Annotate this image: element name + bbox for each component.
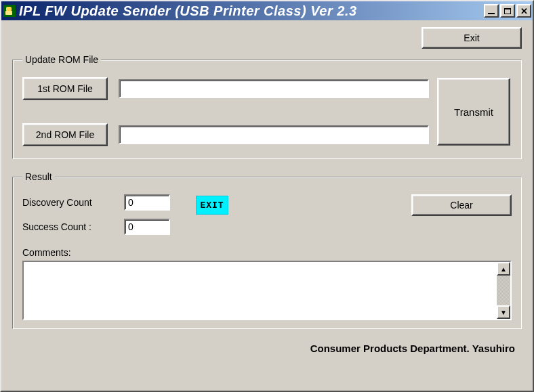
- success-count-label: Success Count :: [22, 221, 124, 232]
- first-rom-file-input[interactable]: [119, 79, 429, 98]
- exit-button[interactable]: Exit: [422, 27, 522, 49]
- close-button[interactable]: ✕: [516, 4, 531, 18]
- footer-text: Consumer Products Department. Yasuhiro: [12, 341, 522, 354]
- svg-rect-2: [5, 11, 12, 15]
- result-group: Result Discovery Count Success Count : E…: [12, 171, 522, 329]
- discovery-count-label: Discovery Count: [22, 197, 124, 208]
- result-legend: Result: [22, 171, 55, 182]
- comments-scrollbar[interactable]: ▲ ▼: [497, 262, 510, 319]
- scroll-track[interactable]: [497, 276, 510, 305]
- window-controls: ✕: [482, 4, 531, 18]
- minimize-button[interactable]: [484, 4, 499, 18]
- transmit-button[interactable]: Transmit: [437, 78, 510, 146]
- maximize-button[interactable]: [500, 4, 515, 18]
- second-rom-file-button[interactable]: 2nd ROM File: [22, 123, 108, 146]
- svg-rect-1: [6, 7, 12, 12]
- exit-badge: EXIT: [196, 196, 228, 215]
- app-icon: [3, 4, 16, 18]
- first-rom-file-button[interactable]: 1st ROM File: [22, 77, 108, 100]
- client-area: Exit Update ROM File 1st ROM File Transm…: [1, 20, 533, 391]
- scroll-down-button[interactable]: ▼: [497, 305, 510, 319]
- titlebar: IPL FW Update Sender (USB Printer Class)…: [1, 1, 533, 20]
- second-rom-file-input[interactable]: [119, 125, 429, 144]
- clear-button[interactable]: Clear: [411, 194, 512, 216]
- discovery-count-input[interactable]: [124, 194, 170, 211]
- window-title: IPL FW Update Sender (USB Printer Class)…: [19, 3, 357, 19]
- success-count-input[interactable]: [124, 219, 170, 235]
- scroll-up-button[interactable]: ▲: [497, 262, 510, 276]
- comments-textarea[interactable]: [24, 262, 497, 319]
- update-rom-group: Update ROM File 1st ROM File Transmit 2n…: [12, 54, 522, 159]
- app-window: IPL FW Update Sender (USB Printer Class)…: [0, 0, 534, 392]
- comments-label: Comments:: [22, 247, 512, 258]
- update-rom-legend: Update ROM File: [22, 54, 101, 65]
- comments-field-wrap: ▲ ▼: [22, 261, 512, 320]
